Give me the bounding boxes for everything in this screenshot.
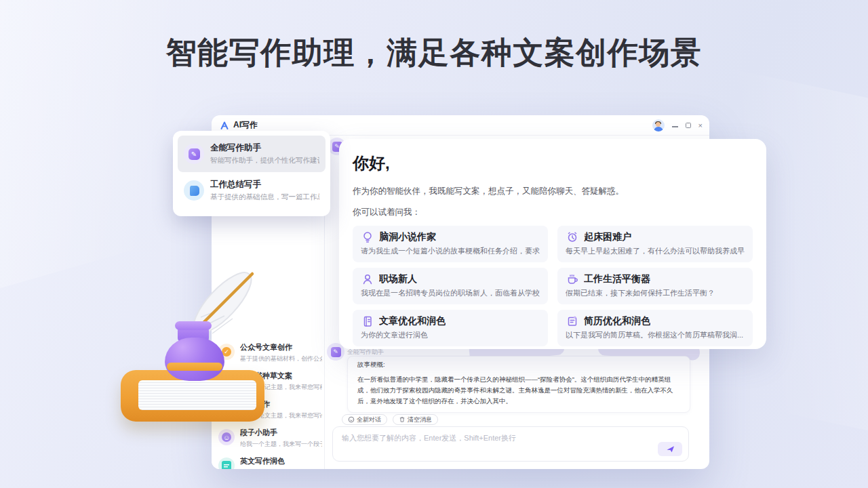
ai-logo-icon (220, 121, 229, 130)
clear-messages-button[interactable]: 清空消息 (393, 414, 438, 425)
english-doc-icon (218, 458, 235, 469)
suggestion-cards: 脑洞小说作家 请为我生成一个短篇小说的故事梗概和任务介绍，要求脑洞大开 起床困难… (353, 226, 753, 346)
sidebar-item-duanzi[interactable]: ☺ 段子小助手 给我一个主题，我来写一个段子。 (212, 426, 325, 454)
page: 智能写作助理，满足各种文案创作场景 AI写作 × ✓ 公众号文 (0, 0, 868, 488)
page-title: 智能写作助理，满足各种文案创作场景 (0, 33, 868, 73)
assistant-popup: ✎ 全能写作助手 智能写作助手，提供个性化写作建议 工作总结写手 基于提供的基础… (173, 131, 330, 216)
card-work-life-balance[interactable]: 工作生活平衡器 假期已结束，接下来如何保持工作生活平衡？ (557, 268, 753, 304)
coffee-cup-icon (566, 272, 579, 286)
minimize-icon[interactable] (672, 126, 678, 127)
card-workplace-newbie[interactable]: 职场新人 我现在是一名招聘专员岗位的职场新人，面临着从学校到职场的转变 (353, 268, 548, 304)
send-button[interactable] (658, 442, 682, 456)
message-paragraph: 林逸通过一系列的考验，成功成为了“探险者协会”的一员。他得知，协会的目标是找到一… (357, 411, 680, 413)
book-pages (138, 380, 256, 410)
card-early-riser[interactable]: 起床困难户 每天早上早起太困难了，有什么办法可以帮助我养成早起的习惯 (557, 226, 753, 262)
pen-square-icon: ✎ (184, 144, 204, 164)
notebook-icon (361, 314, 374, 328)
chat-input-field[interactable] (333, 427, 688, 461)
sidebar-item-yingwen[interactable]: 英文写作润色 请发送您写好的英文文章，我将会帮 (212, 454, 325, 469)
message-heading: 故事梗概: (357, 361, 680, 369)
trash-icon (399, 416, 406, 423)
popup-item-quanneng[interactable]: ✎ 全能写作助手 智能写作助手，提供个性化写作建议 (178, 136, 326, 172)
ink-bottle-stripe (167, 363, 222, 371)
smiley-icon: ☺ (218, 429, 235, 445)
paper-plane-icon (666, 445, 675, 453)
card-resume-polish[interactable]: 简历优化和润色 以下是我写的简历草稿。你根据这个简历草稿帮我润... (557, 310, 753, 346)
chat-input (332, 426, 689, 462)
maximize-icon[interactable] (686, 123, 691, 128)
popup-item-zongjie[interactable]: 工作总结写手 基于提供的基础信息，写一篇工作总结 (178, 172, 326, 209)
intro-text: 作为你的智能伙伴，我既能写文案，想点子，又能陪你聊天、答疑解惑。 (353, 186, 753, 197)
message-actions: 全新对话 清空消息 (342, 414, 438, 425)
new-chat-button[interactable]: 全新对话 (342, 414, 387, 425)
greeting-panel: 你好, 作为你的智能伙伴，我既能写文案，想点子，又能陪你聊天、答疑解惑。 你可以… (339, 139, 766, 349)
alarm-clock-icon (566, 230, 579, 244)
ink-bottle-illustration (165, 338, 224, 381)
person-icon (361, 272, 374, 286)
assistant-message: 故事梗概: 在一所看似普通的中学里，隐藏着一个传承已久的神秘组织——“探险者协会… (347, 356, 690, 413)
app-title: AI写作 (233, 119, 258, 131)
close-icon[interactable]: × (698, 122, 703, 129)
new-chat-icon (348, 416, 355, 423)
greeting-text: 你好, (353, 152, 753, 174)
prompt-text: 你可以试着问我： (353, 207, 753, 218)
bulb-icon (361, 230, 374, 244)
message-paragraph: 在一所看似普通的中学里，隐藏着一个传承已久的神秘组织——“探险者协会”。这个组织… (357, 374, 680, 407)
blue-book-icon (184, 180, 204, 201)
card-novel-writer[interactable]: 脑洞小说作家 请为我生成一个短篇小说的故事梗概和任务介绍，要求脑洞大开 (353, 226, 548, 262)
ink-bottle-lip (175, 321, 212, 330)
card-article-polish[interactable]: 文章优化和润色 为你的文章进行润色 (353, 310, 548, 346)
resume-icon (566, 314, 579, 328)
user-avatar[interactable] (652, 119, 665, 131)
